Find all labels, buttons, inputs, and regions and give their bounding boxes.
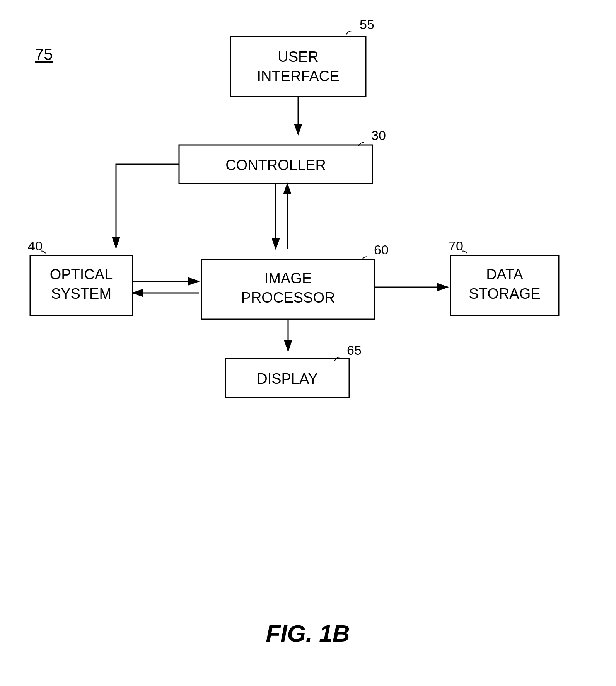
- display-number: 65: [347, 343, 362, 357]
- image-processor-label-line2: PROCESSOR: [241, 289, 335, 306]
- user-interface-label-line1: USER: [278, 49, 319, 65]
- controller-label: CONTROLLER: [225, 157, 326, 173]
- figure-label: FIG. 1B: [266, 620, 350, 647]
- data-storage-label-line2: STORAGE: [469, 286, 540, 302]
- diagram-ref-label: 75: [35, 45, 53, 63]
- user-interface-box: [230, 37, 366, 97]
- optical-system-number: 40: [28, 238, 43, 253]
- optical-system-label-line1: OPTICAL: [50, 266, 113, 283]
- diagram-container: 75 55 USER INTERFACE 30 CONTROLLER 60 IM…: [0, 0, 616, 686]
- image-processor-label-line1: IMAGE: [264, 270, 312, 286]
- user-interface-number: 55: [360, 17, 374, 32]
- user-interface-label-line2: INTERFACE: [257, 68, 339, 84]
- controller-number: 30: [371, 128, 386, 143]
- data-storage-label-line1: DATA: [486, 266, 523, 283]
- image-processor-number: 60: [374, 242, 389, 257]
- display-label: DISPLAY: [257, 371, 318, 387]
- data-storage-number: 70: [449, 238, 463, 253]
- optical-system-label-line2: SYSTEM: [51, 286, 111, 302]
- arrow-controller-to-optical: [116, 164, 179, 248]
